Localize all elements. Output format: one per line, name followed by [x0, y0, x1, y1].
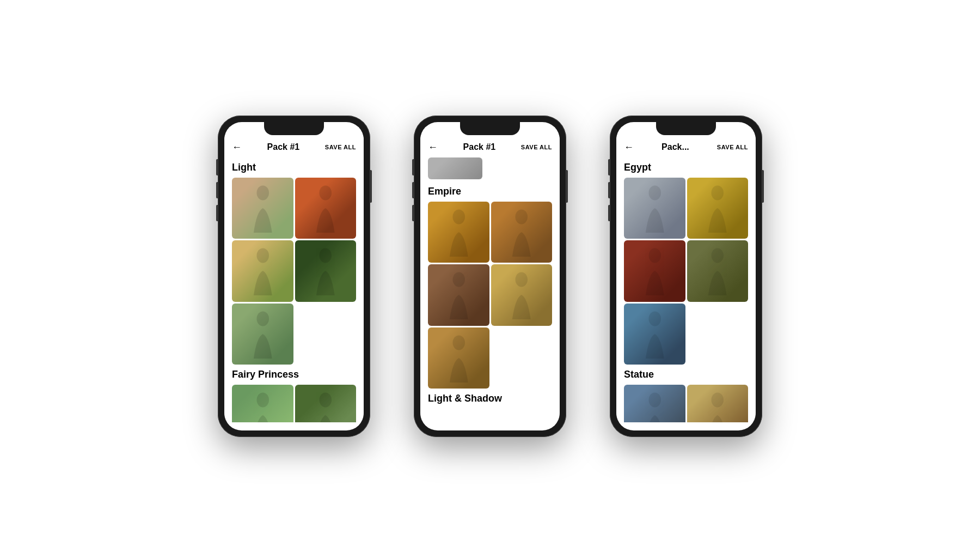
phone-1-content: ← Pack #1 SAVE ALL Light — [224, 122, 364, 430]
phone-1-scroll: Light — [224, 157, 364, 422]
phone-1-back-button[interactable]: ← — [232, 142, 242, 153]
list-item[interactable] — [624, 240, 685, 302]
image-light-4 — [295, 240, 357, 302]
svg-point-7 — [452, 209, 465, 224]
list-item[interactable] — [428, 157, 482, 179]
list-item[interactable] — [428, 327, 489, 389]
image-light-3 — [232, 240, 293, 302]
svg-point-9 — [452, 272, 465, 287]
list-item[interactable] — [232, 385, 293, 422]
phone-3-wrapper: ← Pack... SAVE ALL Egypt — [610, 116, 762, 437]
svg-point-10 — [516, 272, 528, 287]
phone-2-content: ← Pack #1 SAVE ALL Empire — [420, 122, 560, 430]
phone-3-header: ← Pack... SAVE ALL — [616, 137, 756, 157]
list-item[interactable] — [687, 385, 749, 422]
phone-1-header: ← Pack #1 SAVE ALL — [224, 137, 364, 157]
phone-2-back-button[interactable]: ← — [428, 142, 438, 153]
phone-1-fairy-grid — [224, 385, 364, 422]
image-light-1 — [232, 178, 293, 239]
phone-3-left-buttons — [608, 159, 610, 221]
svg-point-11 — [452, 335, 465, 350]
image-empire-2 — [491, 202, 553, 263]
image-top-partial — [428, 157, 482, 179]
phone-2-save-all-button[interactable]: SAVE ALL — [521, 144, 552, 150]
phone-1-section-fairy: Fairy Princess — [224, 365, 364, 385]
phone-2-empire-grid — [420, 202, 560, 326]
list-item[interactable] — [232, 304, 293, 365]
svg-point-17 — [648, 393, 661, 408]
svg-point-18 — [712, 393, 724, 408]
phone-2-scroll: Empire — [420, 157, 560, 422]
image-empire-5 — [428, 327, 489, 389]
phone-3-statue-grid — [616, 385, 756, 422]
list-item[interactable] — [428, 264, 489, 326]
phone-1-section-light: Light — [224, 157, 364, 178]
image-empire-3 — [428, 264, 489, 326]
phone-1-left-buttons — [216, 159, 218, 221]
svg-point-16 — [648, 311, 661, 326]
list-item[interactable] — [624, 385, 685, 422]
phone-3-back-button[interactable]: ← — [624, 142, 634, 153]
list-item[interactable] — [295, 385, 357, 422]
phone-2-title: Pack #1 — [463, 142, 496, 152]
phone-3-content: ← Pack... SAVE ALL Egypt — [616, 122, 756, 430]
phone-3-section-statue: Statue — [616, 365, 756, 385]
phone-2-section-empire: Empire — [420, 181, 560, 202]
phone-2-wrapper: ← Pack #1 SAVE ALL Empire — [414, 116, 566, 437]
list-item[interactable] — [624, 304, 685, 365]
phone-2-left-buttons — [412, 159, 414, 221]
image-statue-1 — [624, 385, 685, 422]
image-light-5 — [232, 304, 293, 365]
svg-point-15 — [712, 248, 724, 263]
image-egypt-5 — [624, 304, 685, 365]
phone-2-section-lightandshadow: Light & Shadow — [420, 389, 560, 409]
svg-point-14 — [648, 248, 661, 263]
image-fairy-1 — [232, 385, 293, 422]
phone-2-empire-single-row — [420, 326, 560, 389]
phone-1-screen: ← Pack #1 SAVE ALL Light — [224, 122, 364, 430]
list-item[interactable] — [491, 202, 553, 263]
phone-1-save-all-button[interactable]: SAVE ALL — [325, 144, 356, 150]
svg-point-3 — [320, 248, 332, 263]
svg-point-8 — [516, 209, 528, 224]
list-item[interactable] — [295, 240, 357, 302]
phone-2-header: ← Pack #1 SAVE ALL — [420, 137, 560, 157]
phone-2: ← Pack #1 SAVE ALL Empire — [414, 116, 566, 437]
svg-point-12 — [648, 185, 661, 200]
list-item[interactable] — [232, 178, 293, 239]
svg-point-4 — [256, 311, 269, 326]
phone-1-light-single-row — [224, 302, 364, 365]
list-item[interactable] — [428, 202, 489, 263]
phone-1-light-grid — [224, 178, 364, 302]
phone-2-screen: ← Pack #1 SAVE ALL Empire — [420, 122, 560, 430]
svg-point-13 — [712, 185, 724, 200]
image-egypt-3 — [624, 240, 685, 302]
phone-1-wrapper: ← Pack #1 SAVE ALL Light — [218, 116, 370, 437]
phone-3-section-egypt: Egypt — [616, 157, 756, 178]
image-empire-1 — [428, 202, 489, 263]
list-item[interactable] — [687, 240, 749, 302]
phone-3-egypt-single-row — [616, 302, 756, 365]
svg-point-0 — [256, 185, 269, 200]
svg-point-5 — [256, 393, 269, 408]
image-fairy-2 — [295, 385, 357, 422]
list-item[interactable] — [232, 240, 293, 302]
phone-3-scroll: Egypt — [616, 157, 756, 422]
phone-1-title: Pack #1 — [267, 142, 300, 152]
svg-point-6 — [320, 393, 332, 408]
list-item[interactable] — [687, 178, 749, 239]
list-item[interactable] — [624, 178, 685, 239]
phone-2-top-image-row — [420, 157, 560, 181]
image-empire-4 — [491, 264, 553, 326]
phone-1: ← Pack #1 SAVE ALL Light — [218, 116, 370, 437]
svg-point-2 — [256, 248, 269, 263]
phone-3-save-all-button[interactable]: SAVE ALL — [717, 144, 748, 150]
svg-point-1 — [320, 185, 332, 200]
phone-3-egypt-grid — [616, 178, 756, 302]
phone-3-title: Pack... — [661, 142, 689, 152]
phone-3-screen: ← Pack... SAVE ALL Egypt — [616, 122, 756, 430]
image-statue-2 — [687, 385, 749, 422]
image-light-2 — [295, 178, 357, 239]
list-item[interactable] — [295, 178, 357, 239]
list-item[interactable] — [491, 264, 553, 326]
